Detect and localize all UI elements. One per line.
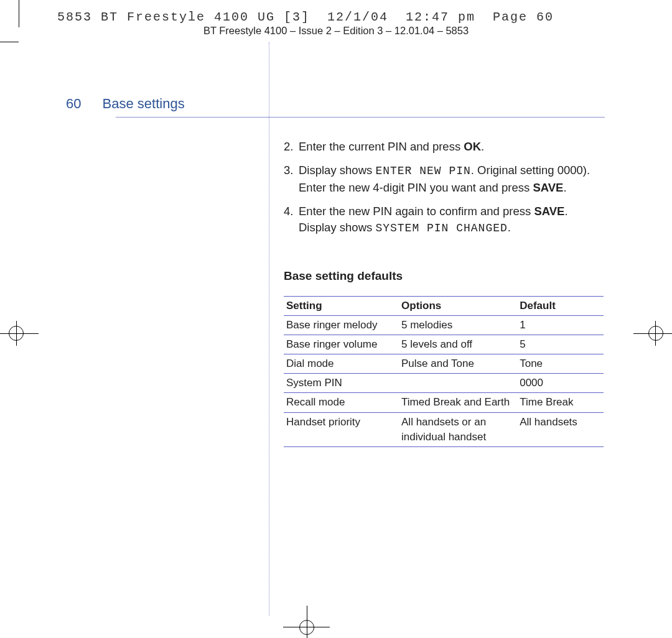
cell-options: Pulse and Tone [399, 354, 517, 374]
step-text: Enter the new PIN again to confirm and p… [299, 205, 534, 218]
table-row: Base ringer melody 5 melodies 1 [284, 315, 604, 335]
crop-mark [19, 0, 19, 27]
col-header-setting: Setting [284, 296, 399, 315]
page-header: 60 Base settings [66, 96, 185, 112]
cell-options: Timed Break and Earth [399, 393, 517, 412]
key-label: SAVE [534, 205, 564, 218]
step-number: 2. [284, 139, 293, 155]
display-text: ENTER NEW PIN [375, 165, 470, 177]
table-row: Dial mode Pulse and Tone Tone [284, 354, 604, 374]
cell-default: 1 [517, 315, 604, 335]
cell-default: 5 [517, 335, 604, 354]
step-text: . [508, 221, 511, 234]
table-row: Base ringer volume 5 levels and off 5 [284, 335, 604, 354]
registration-mark-icon [633, 326, 672, 341]
col-header-options: Options [399, 296, 517, 315]
body-content: 2. Enter the current PIN and press OK. 3… [284, 139, 604, 447]
cell-options: 5 levels and off [399, 335, 517, 354]
key-label: SAVE [533, 181, 563, 194]
table-row: System PIN 0000 [284, 374, 604, 393]
cell-options [399, 374, 517, 393]
registration-mark-icon [299, 620, 314, 635]
step-number: 4. [284, 203, 293, 220]
step-3: 3. Display shows ENTER NEW PIN. Original… [284, 162, 604, 196]
cell-setting: System PIN [284, 374, 399, 393]
step-text: . [481, 140, 484, 153]
table-row: Handset priority All handsets or an indi… [284, 412, 604, 446]
cell-setting: Base ringer melody [284, 315, 399, 335]
key-label: OK [464, 140, 481, 153]
cell-default: 0000 [517, 374, 604, 393]
cell-default: Tone [517, 354, 604, 374]
step-2: 2. Enter the current PIN and press OK. [284, 139, 604, 155]
cell-setting: Base ringer volume [284, 335, 399, 354]
defaults-table: Setting Options Default Base ringer melo… [284, 296, 604, 447]
step-text: Enter the current PIN and press [299, 140, 464, 153]
cell-setting: Recall mode [284, 393, 399, 412]
cell-options: All handsets or an individual handset [399, 412, 517, 446]
print-slug-line: 5853 BT Freestyle 4100 UG [3] 12/1/04 12… [57, 10, 554, 24]
col-header-default: Default [517, 296, 604, 315]
column-divider [269, 42, 269, 616]
step-text: . [563, 181, 566, 194]
registration-mark-icon [0, 326, 39, 341]
cell-default: All handsets [517, 412, 604, 446]
crop-mark [0, 42, 19, 42]
step-text: Display shows [299, 164, 375, 177]
cell-setting: Handset priority [284, 412, 399, 446]
cell-default: Time Break [517, 393, 604, 412]
cell-options: 5 melodies [399, 315, 517, 335]
step-4: 4. Enter the new PIN again to confirm an… [284, 203, 604, 237]
issue-edition-line: BT Freestyle 4100 – Issue 2 – Edition 3 … [0, 25, 672, 37]
defaults-heading: Base setting defaults [284, 268, 604, 285]
page-number: 60 [66, 96, 81, 111]
table-row: Recall mode Timed Break and Earth Time B… [284, 393, 604, 412]
heading-rule [116, 117, 605, 118]
display-text: SYSTEM PIN CHANGED [375, 222, 507, 234]
step-number: 3. [284, 162, 293, 178]
cell-setting: Dial mode [284, 354, 399, 374]
section-title: Base settings [103, 96, 185, 111]
